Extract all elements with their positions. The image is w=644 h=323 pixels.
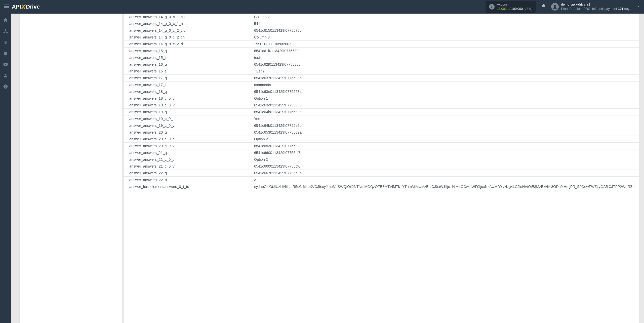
svg-text:$: $ — [4, 40, 7, 45]
sidebar: $ ? — [0, 14, 11, 323]
field-key: answer_answers_15_t — [124, 54, 252, 61]
table-row: answer_answers_16_tTEst 2 — [124, 68, 639, 75]
field-key: answer_answers_18_c_0_t — [124, 95, 252, 102]
layout: $ ? answer_answers_14_g_0_c_1_cnColumn 2… — [0, 14, 644, 323]
svg-rect-1 — [4, 6, 9, 7]
field-value: test 1 — [252, 54, 639, 61]
field-key: answer_answers_22_n — [124, 177, 252, 183]
field-value: 1990-12-11T00:00:00Z — [252, 41, 639, 48]
table-row: answer_answers_18_c_0_v6541c63e0113429f0… — [124, 102, 639, 109]
table-row: answer_answers_20_c_0_tOption 2 — [124, 136, 639, 143]
field-key: answer_answers_22_q — [124, 170, 252, 177]
field-value: 6541c63e0113429f07755988 — [252, 102, 639, 109]
content-wrap: answer_answers_14_g_0_c_1_cnColumn 2answ… — [11, 14, 644, 323]
field-value: 31 — [252, 177, 639, 183]
svg-rect-6 — [6, 32, 8, 33]
table-row: answer_answers_15_q6541c61f0113429f07755… — [124, 48, 639, 54]
svg-rect-2 — [4, 8, 9, 8]
field-key: answer_answers_20_c_0_v — [124, 143, 252, 149]
notifications-icon[interactable] — [541, 4, 546, 10]
field-value: eyJhbGciOiJIUzI1NiIsInR5cCI6IkpXVCJ9.eyJ… — [252, 183, 639, 190]
table-row: answer_answers_14_g_0_c_2_d1990-12-11T00… — [124, 41, 639, 48]
table-row: answer_answers_14_g_0_c_2_cid6541c615011… — [124, 27, 639, 34]
field-key: answer_answers_17_t — [124, 82, 252, 88]
field-key: answer_answers_14_g_0_c_2_cn — [124, 34, 252, 41]
table-row: answer_answers_22_q6541c6670113429f07755… — [124, 170, 639, 177]
table-row: answer_answers_14_g_0_c_1_cnColumn 2 — [124, 14, 639, 20]
field-value: Option 1 — [252, 95, 639, 102]
svg-rect-4 — [5, 29, 6, 30]
table-row: answer_answers_19_c_0_v6541c64b0113429f0… — [124, 122, 639, 129]
field-value: 6541c6530113429f07755b29 — [252, 143, 639, 149]
table-row: answer_answers_14_g_0_c_2_cnColumn 3 — [124, 34, 639, 41]
table-row: answer_answers_22_n31 — [124, 177, 639, 183]
actions-numbers: 18'002 of 100'000 (18%) — [497, 7, 533, 11]
field-key: answer_answers_19_q — [124, 109, 252, 115]
field-value: Column 2 — [252, 14, 639, 20]
table-row: answer_answers_20_c_0_v6541c6530113429f0… — [124, 143, 639, 149]
data-panel: answer_answers_14_g_0_c_1_cnColumn 2answ… — [124, 14, 639, 323]
field-value: 6541c64b0113429f07755a9b — [252, 122, 639, 129]
logo-x-icon: X — [21, 3, 26, 11]
youtube-icon[interactable] — [3, 62, 8, 67]
hamburger-menu-icon[interactable] — [4, 4, 9, 10]
header-left: API X Drive — [4, 3, 40, 11]
help-icon[interactable]: ? — [3, 84, 8, 89]
actions-text: Actions: 18'002 of 100'000 (18%) — [497, 3, 533, 11]
field-value: 6541c63e0113429f0775598a — [252, 88, 639, 95]
field-key: answer_answers_19_c_0_v — [124, 122, 252, 129]
field-value: 6541c6530113429f07755b2a — [252, 129, 639, 136]
table-row: answer_answers_16_q6541c62f0113429f07755… — [124, 61, 639, 68]
field-value: 6541c6670113429f07755e0b — [252, 170, 639, 177]
field-value: 6541c62f0113429f0775585b — [252, 61, 639, 68]
left-panel — [20, 14, 122, 323]
field-value: 6541c6600113429f07755cf7 — [252, 149, 639, 156]
field-key: answer_answers_14_g_0_c_2_cid — [124, 27, 252, 34]
field-key: answer_answers_18_c_0_v — [124, 102, 252, 109]
logo-api: API — [12, 4, 21, 10]
table-row: answer_answers_17_tcomments — [124, 82, 639, 88]
table-row: answer_answers_15_ttest 1 — [124, 54, 639, 61]
field-key: answer_answers_18_q — [124, 88, 252, 95]
field-key: answer_answers_14_g_0_c_1_cn — [124, 14, 252, 20]
field-key: answer_answers_14_g_0_c_2_d — [124, 41, 252, 48]
actions-counter[interactable]: i Actions: 18'002 of 100'000 (18%) — [486, 1, 536, 13]
info-icon: i — [489, 4, 495, 10]
field-value: 6541c6370113429f07755905 — [252, 75, 639, 82]
sitemap-icon[interactable] — [3, 29, 8, 34]
field-value: 6541c64b0113429f07755a9d — [252, 109, 639, 115]
home-icon[interactable] — [3, 18, 8, 23]
field-key: answer_answers_16_t — [124, 68, 252, 75]
user-text: demo_apix-drive_s3 Plan |Premium PRO| le… — [561, 3, 631, 11]
logo-drive: Drive — [26, 4, 40, 10]
field-key: answer_answers_20_q — [124, 129, 252, 136]
user-name: demo_apix-drive_s3 — [561, 3, 631, 7]
svg-rect-5 — [4, 32, 5, 33]
actions-label: Actions: — [497, 3, 533, 7]
table-row: answer_answers_14_g_0_c_1_n541 — [124, 20, 639, 27]
svg-point-3 — [554, 5, 556, 7]
field-value: Column 3 — [252, 34, 639, 41]
field-key: answer_answers_21_q — [124, 149, 252, 156]
logo[interactable]: API X Drive — [12, 3, 40, 11]
data-table: answer_answers_14_g_0_c_1_cnColumn 2answ… — [124, 14, 639, 190]
header-right: i Actions: 18'002 of 100'000 (18%) demo_… — [486, 1, 640, 13]
field-key: answer_answers_21_c_0_v — [124, 163, 252, 170]
field-key: answer_answers_16_q — [124, 61, 252, 68]
user-icon[interactable] — [3, 73, 8, 78]
dollar-icon[interactable]: $ — [3, 40, 8, 45]
field-key: answer_answers_17_q — [124, 75, 252, 82]
field-key: answer_answers_20_c_0_t — [124, 136, 252, 143]
briefcase-icon[interactable] — [3, 51, 8, 56]
app-header: API X Drive i Actions: 18'002 of 100'000… — [0, 0, 644, 14]
field-key: answer_answers_19_c_0_t — [124, 115, 252, 122]
field-value: Option 2 — [252, 156, 639, 163]
table-row: answer_formelementanswers_0_t_toeyJhbGci… — [124, 183, 639, 190]
avatar-icon — [551, 3, 559, 11]
user-menu[interactable]: demo_apix-drive_s3 Plan |Premium PRO| le… — [551, 3, 640, 11]
svg-point-9 — [5, 74, 7, 75]
field-value: comments — [252, 82, 639, 88]
table-row: answer_answers_19_q6541c64b0113429f07755… — [124, 109, 639, 115]
user-plan: Plan |Premium PRO| left until payment 19… — [561, 7, 631, 11]
field-value: Yes — [252, 115, 639, 122]
